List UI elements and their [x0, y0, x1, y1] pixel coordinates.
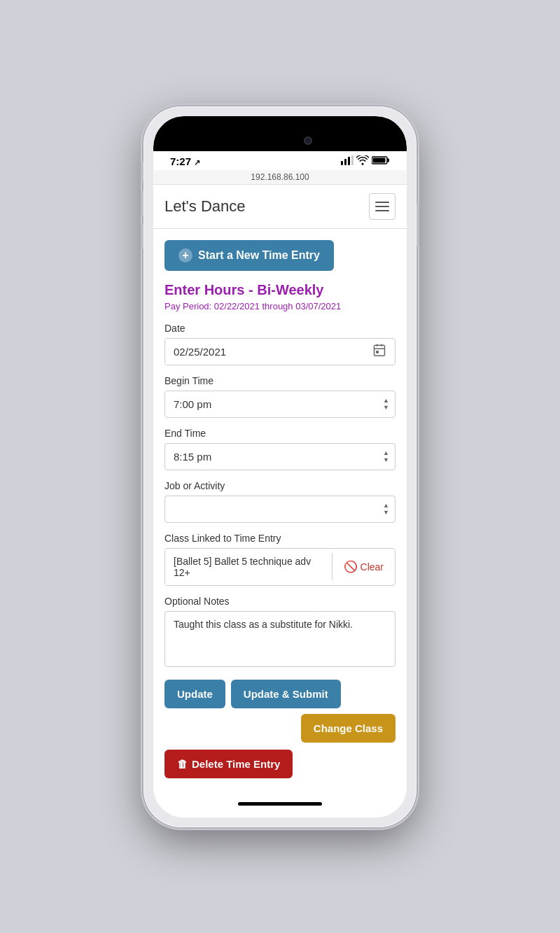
menu-line-1: [375, 202, 389, 203]
date-label: Date: [164, 323, 396, 334]
action-row-2: 🗑 Delete Time Entry: [164, 750, 396, 778]
camera: [304, 136, 312, 145]
calendar-icon[interactable]: [364, 343, 395, 360]
signal-icon: [341, 155, 354, 167]
new-time-entry-button[interactable]: + Start a New Time Entry: [164, 240, 334, 271]
notes-label: Optional Notes: [164, 596, 396, 607]
content-area: + Start a New Time Entry Enter Hours - B…: [153, 229, 407, 797]
location-icon: ↗: [194, 158, 200, 167]
wifi-icon: [356, 155, 369, 167]
end-time-field-group: End Time 8:15 pm 8:30 pm 9:00 pm ▲ ▼: [164, 428, 396, 470]
status-icons: [341, 155, 390, 167]
svg-rect-2: [348, 157, 350, 165]
svg-rect-5: [388, 158, 390, 162]
volume-down-button: [141, 224, 144, 249]
job-select[interactable]: [165, 496, 395, 522]
class-linked-row: [Ballet 5] Ballet 5 technique adv 12+ 🚫 …: [164, 548, 396, 586]
notes-field-group: Optional Notes Taught this class as a su…: [164, 596, 396, 670]
volume-up-button: [141, 190, 144, 216]
end-time-select[interactable]: 8:15 pm 8:30 pm 9:00 pm: [165, 444, 395, 470]
ip-bar: 192.168.86.100: [153, 170, 407, 185]
battery-icon: [372, 155, 390, 167]
change-class-button[interactable]: Change Class: [301, 714, 396, 743]
svg-rect-7: [374, 345, 385, 356]
class-linked-value: [Ballet 5] Ballet 5 technique adv 12+: [165, 549, 332, 585]
class-linked-label: Class Linked to Time Entry: [164, 533, 396, 544]
svg-rect-0: [341, 161, 343, 165]
delete-button[interactable]: 🗑 Delete Time Entry: [164, 750, 293, 778]
section-title: Enter Hours - Bi-Weekly: [164, 282, 396, 298]
app-header: Let's Dance: [153, 185, 407, 229]
plus-icon: +: [178, 248, 192, 262]
silent-switch: [141, 162, 144, 181]
end-time-select-wrapper: 8:15 pm 8:30 pm 9:00 pm ▲ ▼: [164, 443, 396, 470]
pay-period: Pay Period: 02/22/2021 through 03/07/202…: [164, 301, 396, 311]
job-field-group: Job or Activity ▲ ▼: [164, 480, 396, 523]
begin-time-select-wrapper: 7:00 pm 7:15 pm 7:30 pm ▲ ▼: [164, 391, 396, 418]
power-button: [416, 204, 419, 246]
date-field-group: Date 02/25/2021: [164, 323, 396, 365]
job-label: Job or Activity: [164, 480, 396, 491]
begin-time-select[interactable]: 7:00 pm 7:15 pm 7:30 pm: [165, 391, 395, 417]
svg-rect-6: [373, 157, 386, 162]
notch: [231, 130, 329, 151]
app-title: Let's Dance: [164, 197, 246, 216]
begin-time-field-group: Begin Time 7:00 pm 7:15 pm 7:30 pm ▲ ▼: [164, 375, 396, 418]
action-row-1: Update Update & Submit Change Class: [164, 680, 396, 743]
notes-textarea[interactable]: Taught this class as a substitute for Ni…: [164, 611, 396, 667]
menu-button[interactable]: [369, 193, 396, 220]
class-linked-field-group: Class Linked to Time Entry [Ballet 5] Ba…: [164, 533, 396, 586]
date-input[interactable]: 02/25/2021: [165, 339, 364, 365]
trash-icon: 🗑: [177, 758, 188, 770]
menu-line-2: [375, 206, 389, 207]
top-notch-area: [153, 116, 407, 151]
clear-button[interactable]: 🚫 Clear: [332, 553, 395, 580]
date-input-wrapper: 02/25/2021: [164, 338, 396, 365]
svg-rect-3: [351, 155, 354, 165]
update-button[interactable]: Update: [164, 680, 225, 708]
phone-frame: 7:27 ↗: [144, 106, 416, 827]
begin-time-label: Begin Time: [164, 375, 396, 386]
svg-rect-1: [344, 159, 346, 165]
phone-screen: 7:27 ↗: [153, 116, 407, 818]
home-indicator-area: [153, 797, 407, 818]
end-time-label: End Time: [164, 428, 396, 439]
home-indicator: [238, 802, 322, 806]
menu-line-3: [375, 210, 389, 211]
status-bar: 7:27 ↗: [153, 151, 407, 170]
update-submit-button[interactable]: Update & Submit: [231, 680, 341, 708]
no-entry-icon: 🚫: [344, 560, 358, 573]
status-time: 7:27 ↗: [170, 155, 200, 167]
job-select-wrapper: ▲ ▼: [164, 496, 396, 523]
svg-rect-8: [377, 351, 379, 353]
